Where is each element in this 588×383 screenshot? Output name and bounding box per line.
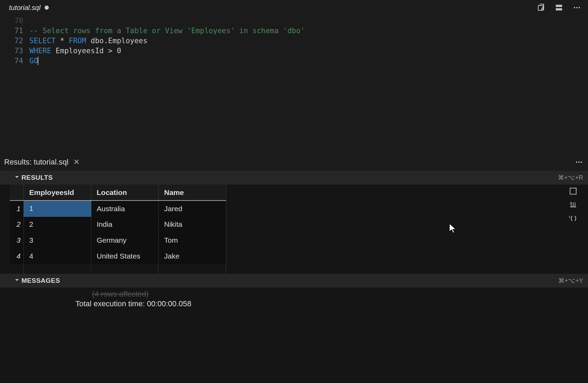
code-editor[interactable]: 70 71 72 73 74 -- Select rows from a Tab… [0,15,588,153]
results-grid-actions [569,185,588,264]
cell[interactable]: India [91,216,158,232]
cell[interactable]: Germany [91,232,158,248]
cell[interactable]: 3 [24,232,91,248]
svg-point-8 [578,161,580,163]
row-number: 2 [10,216,24,232]
chevron-down-icon [15,278,19,284]
svg-point-6 [579,7,580,8]
table-header-row: EmployeesId Location Name [10,185,226,200]
mouse-cursor-icon [449,223,457,235]
code-line [29,16,588,26]
results-section-title: RESULTS [21,174,53,181]
results-shortcut-label: ⌘+⌥+R [558,174,583,181]
messages-shortcut-label: ⌘+⌥+Y [558,277,583,284]
svg-rect-10 [570,188,576,194]
grid-spacer [10,265,588,274]
cell[interactable]: 1 [24,200,91,216]
close-icon[interactable]: ✕ [73,158,80,167]
row-number-header [10,185,24,200]
column-header[interactable]: EmployeesId [24,185,91,200]
svg-point-7 [576,161,577,163]
compare-changes-icon[interactable] [536,3,546,12]
modified-indicator-icon [45,6,49,10]
svg-point-9 [581,161,582,163]
svg-rect-3 [556,8,562,10]
text-cursor [38,57,38,65]
cell[interactable]: 4 [24,248,91,264]
row-number: 1 [10,200,24,216]
cell[interactable]: Jared [158,200,226,216]
results-tab-bar: Results: tutorial.sql ✕ [0,153,588,171]
results-grid[interactable]: EmployeesId Location Name 1 1 Australia … [10,185,226,264]
row-number: 3 [10,232,24,248]
cell[interactable]: Jake [158,248,226,264]
editor-tab-title: tutorial.sql [9,4,40,12]
messages-section-header[interactable]: MESSAGES ⌘+⌥+Y [0,274,588,288]
code-line: WHERE EmployeesId > 0 [29,46,588,56]
editor-tab-bar: tutorial.sql [0,0,588,15]
table-row[interactable]: 3 3 Germany Tom [10,232,226,248]
svg-point-5 [576,7,578,8]
code-line: GO [29,56,588,66]
messages-section-title: MESSAGES [21,277,60,284]
column-header[interactable]: Location [91,185,158,200]
editor-tab-actions [536,3,585,12]
more-actions-icon[interactable] [574,157,584,167]
cell[interactable]: 2 [24,216,91,232]
editor-tab[interactable]: tutorial.sql [3,1,54,15]
cell[interactable]: Tom [158,232,226,248]
results-panel: RESULTS ⌘+⌥+R EmployeesId Location Name … [0,171,588,383]
table-row[interactable]: 1 1 Australia Jared [10,200,226,216]
more-actions-icon[interactable] [572,3,582,12]
svg-point-4 [574,7,575,8]
table-row[interactable]: 2 2 India Nikita [10,216,226,232]
row-number: 4 [10,248,24,264]
svg-rect-2 [556,5,562,7]
cell[interactable]: Nikita [158,216,226,232]
results-section-header[interactable]: RESULTS ⌘+⌥+R [0,171,588,185]
chevron-down-icon [15,175,19,181]
rows-affected-text: (4 rows affected) [92,290,584,299]
cell[interactable]: Australia [91,200,158,216]
line-number: 73 [0,46,23,56]
column-header[interactable]: Name [158,185,226,200]
save-json-icon[interactable] [569,214,578,223]
line-number-gutter: 70 71 72 73 74 [0,16,29,153]
maximize-panel-icon[interactable] [569,187,578,196]
code-line: -- Select rows from a Table or View 'Emp… [29,26,588,36]
results-tab[interactable]: Results: tutorial.sql ✕ [4,158,80,167]
split-editor-icon[interactable] [554,3,564,12]
line-number: 74 [0,56,23,66]
code-area[interactable]: -- Select rows from a Table or View 'Emp… [29,16,588,153]
execution-time-text: Total execution time: 00:00:00.058 [75,299,584,308]
code-line: SELECT * FROM dbo.Employees [29,36,588,46]
results-tab-title: Results: tutorial.sql [4,158,68,167]
save-csv-icon[interactable] [569,200,578,209]
line-number: 70 [0,16,23,26]
table-row[interactable]: 4 4 United States Jake [10,248,226,264]
messages-content: (4 rows affected) Total execution time: … [10,288,588,315]
line-number: 71 [0,26,23,36]
line-number: 72 [0,36,23,46]
cell[interactable]: United States [91,248,158,264]
